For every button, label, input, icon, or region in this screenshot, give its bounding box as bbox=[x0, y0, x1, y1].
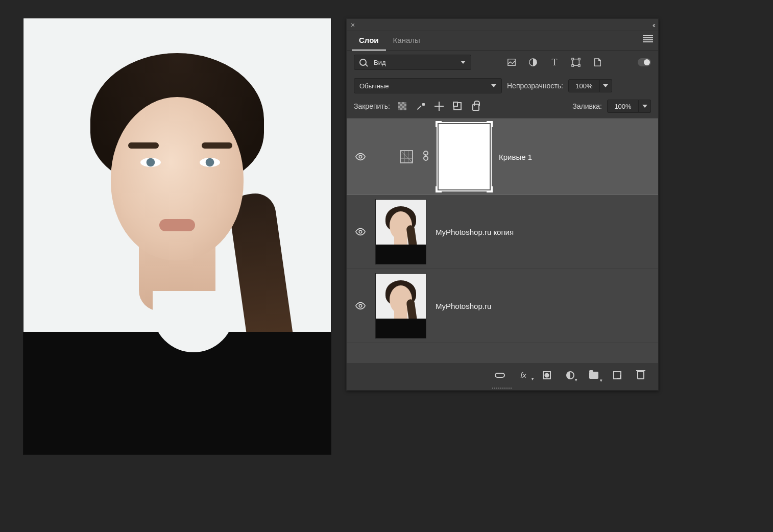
layer-row[interactable]: MyPhotoshop.ru копия bbox=[347, 195, 658, 269]
lock-all-icon[interactable] bbox=[471, 101, 481, 111]
chevron-down-icon bbox=[491, 84, 496, 87]
fill-slider-toggle[interactable] bbox=[639, 100, 651, 113]
layer-row[interactable]: MyPhotoshop.ru bbox=[347, 269, 658, 343]
opacity-value: 100% bbox=[575, 82, 592, 90]
layers-list: Кривые 1 MyPhotoshop.ru копия bbox=[347, 118, 658, 364]
svg-point-12 bbox=[359, 304, 362, 307]
lock-label: Закрепить: bbox=[354, 102, 390, 110]
svg-rect-0 bbox=[508, 59, 515, 66]
filter-adjustment-icon[interactable] bbox=[528, 57, 538, 67]
add-mask-icon[interactable] bbox=[542, 370, 552, 380]
panel-resize-grip[interactable] bbox=[347, 386, 658, 390]
visibility-toggle-icon[interactable] bbox=[355, 226, 366, 237]
fill-label: Заливка: bbox=[572, 102, 602, 110]
curves-adjustment-icon bbox=[400, 150, 413, 163]
collapse-panel-icon[interactable]: ‹‹ bbox=[653, 21, 654, 29]
chevron-down-icon bbox=[642, 105, 647, 108]
close-icon[interactable]: × bbox=[351, 21, 355, 29]
lock-transparency-icon[interactable] bbox=[397, 101, 407, 111]
chevron-down-icon bbox=[603, 84, 608, 87]
svg-rect-5 bbox=[572, 65, 574, 67]
canvas-image-placeholder bbox=[23, 18, 331, 454]
svg-point-7 bbox=[359, 155, 362, 158]
layers-panel: × ‹‹ Слои Каналы Вид bbox=[346, 18, 659, 391]
fill-value: 100% bbox=[614, 103, 631, 110]
opacity-input[interactable]: 100% bbox=[568, 79, 600, 92]
layer-filter-type-dropdown[interactable]: Вид bbox=[354, 55, 471, 70]
canvas-document[interactable] bbox=[23, 18, 331, 454]
panel-menu-icon[interactable] bbox=[643, 35, 653, 42]
opacity-label: Непрозрачность: bbox=[507, 82, 563, 90]
new-adjustment-layer-icon[interactable] bbox=[565, 370, 575, 380]
layer-thumbnail[interactable] bbox=[375, 199, 426, 264]
lock-artboard-icon[interactable] bbox=[452, 101, 463, 111]
svg-rect-6 bbox=[578, 65, 581, 67]
mask-link-icon[interactable] bbox=[422, 150, 429, 164]
search-icon bbox=[359, 59, 367, 66]
link-layers-icon[interactable] bbox=[495, 370, 505, 380]
layer-effects-icon[interactable]: fx bbox=[518, 370, 528, 380]
opacity-slider-toggle[interactable] bbox=[600, 79, 612, 92]
tab-layers[interactable]: Слои bbox=[352, 31, 386, 51]
filter-pixel-icon[interactable] bbox=[506, 57, 517, 67]
filter-type-icon[interactable]: T bbox=[549, 57, 560, 67]
chevron-down-icon bbox=[461, 61, 466, 64]
tab-label: Слои bbox=[359, 36, 379, 44]
lock-position-icon[interactable] bbox=[434, 101, 444, 111]
blend-mode-dropdown[interactable]: Обычные bbox=[354, 78, 502, 93]
layer-name-label[interactable]: Кривые 1 bbox=[499, 153, 532, 161]
svg-rect-4 bbox=[578, 58, 581, 60]
delete-layer-icon[interactable] bbox=[636, 370, 646, 380]
svg-point-11 bbox=[359, 230, 362, 233]
filter-smartobject-icon[interactable] bbox=[592, 57, 602, 67]
visibility-toggle-icon[interactable] bbox=[355, 300, 366, 311]
layer-row[interactable]: Кривые 1 bbox=[347, 118, 658, 195]
layer-mask-thumbnail[interactable] bbox=[439, 124, 490, 189]
layer-thumbnail[interactable] bbox=[375, 273, 426, 338]
tab-label: Каналы bbox=[393, 36, 420, 44]
blend-mode-value: Обычные bbox=[359, 82, 389, 90]
new-group-icon[interactable] bbox=[589, 370, 599, 380]
visibility-toggle-icon[interactable] bbox=[355, 151, 366, 162]
lock-pixels-icon[interactable] bbox=[416, 101, 426, 111]
new-layer-icon[interactable] bbox=[612, 370, 622, 380]
layers-panel-footer: fx bbox=[347, 364, 658, 386]
tab-channels[interactable]: Каналы bbox=[386, 31, 427, 51]
svg-rect-3 bbox=[572, 58, 574, 60]
layer-name-label[interactable]: MyPhotoshop.ru копия bbox=[436, 228, 514, 236]
layer-name-label[interactable]: MyPhotoshop.ru bbox=[436, 302, 491, 310]
filter-shape-icon[interactable] bbox=[571, 57, 581, 67]
fill-input[interactable]: 100% bbox=[607, 100, 639, 113]
filter-type-label: Вид bbox=[374, 59, 386, 66]
filter-toggle-switch[interactable] bbox=[638, 58, 651, 66]
